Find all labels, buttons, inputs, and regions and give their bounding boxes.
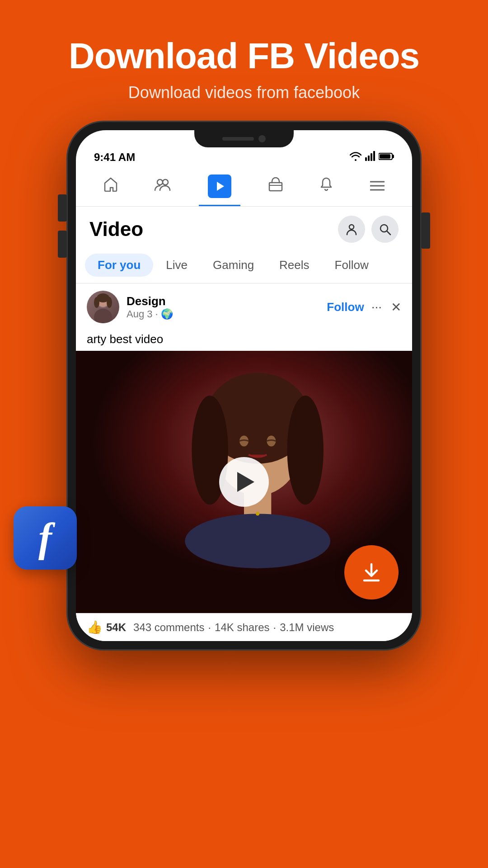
svg-rect-3 <box>373 151 375 161</box>
volume-up-button <box>58 194 67 222</box>
tab-reels[interactable]: Reels <box>267 254 322 277</box>
svg-point-8 <box>163 179 168 185</box>
facebook-nav-bar <box>76 166 412 207</box>
status-time: 9:41 AM <box>94 151 135 164</box>
comments-count: 343 comments <box>133 621 204 634</box>
video-page-header: Video <box>76 207 412 247</box>
likes-count: 54K <box>106 621 126 634</box>
facebook-logo-overlay: f <box>14 506 77 570</box>
fb-letter: f <box>38 518 52 558</box>
tab-live[interactable]: Live <box>153 254 200 277</box>
nav-video[interactable] <box>199 171 240 202</box>
play-triangle-icon <box>237 472 254 492</box>
post-action-buttons: ··· ✕ <box>371 300 401 315</box>
video-page-title: Video <box>89 218 143 241</box>
video-thumbnail[interactable] <box>76 351 412 613</box>
svg-rect-0 <box>365 157 367 161</box>
svg-point-23 <box>107 297 112 308</box>
video-nav-icon <box>208 175 231 198</box>
svg-point-15 <box>349 225 354 229</box>
front-camera <box>258 135 266 142</box>
separator-dot: · <box>155 308 158 320</box>
post-caption: arty best video <box>76 330 412 351</box>
tab-for-you[interactable]: For you <box>85 254 153 277</box>
svg-marker-9 <box>217 182 224 191</box>
download-button[interactable] <box>344 545 399 599</box>
svg-point-33 <box>185 514 330 568</box>
post-author-name: Design <box>127 294 319 308</box>
svg-point-22 <box>94 297 99 308</box>
wifi-icon <box>350 151 361 164</box>
nav-home[interactable] <box>94 174 127 199</box>
tab-follow[interactable]: Follow <box>322 254 381 277</box>
svg-point-29 <box>287 396 324 505</box>
status-icons <box>350 151 394 164</box>
like-icon: 👍 <box>87 620 103 635</box>
svg-point-34 <box>256 512 259 515</box>
nav-marketplace[interactable] <box>259 174 292 199</box>
facebook-logo: f <box>14 506 77 570</box>
globe-icon: 🌍 <box>161 308 173 320</box>
menu-icon <box>370 178 385 195</box>
battery-icon <box>379 151 394 163</box>
svg-rect-6 <box>380 154 390 159</box>
main-subtitle: Download videos from facebook <box>0 83 488 102</box>
power-button <box>421 212 430 249</box>
phone-right-buttons <box>421 212 430 249</box>
svg-rect-10 <box>269 183 282 191</box>
svg-rect-2 <box>371 153 372 161</box>
tab-gaming[interactable]: Gaming <box>200 254 267 277</box>
bell-icon <box>319 177 333 195</box>
more-options-button[interactable]: ··· <box>371 300 382 314</box>
post-author-info: Design Aug 3 · 🌍 <box>127 294 319 320</box>
post-meta: Aug 3 · 🌍 <box>127 308 319 320</box>
phone-notch <box>194 130 294 147</box>
post-stats-bar: 👍 54K 343 comments · 14K shares · 3.1M v… <box>76 613 412 641</box>
avatar-image <box>87 291 119 323</box>
page-header: Download FB Videos Download videos from … <box>0 0 488 120</box>
svg-rect-1 <box>368 156 370 161</box>
follow-button[interactable]: Follow <box>327 300 364 314</box>
svg-point-7 <box>157 179 163 185</box>
phone-screen: 9:41 AM <box>76 130 412 641</box>
search-button[interactable] <box>371 216 399 243</box>
friends-icon <box>155 178 171 195</box>
post-date: Aug 3 <box>127 308 153 320</box>
home-icon <box>103 177 118 195</box>
views-count: 3.1M views <box>280 621 334 634</box>
svg-rect-5 <box>392 155 394 158</box>
nav-notifications[interactable] <box>310 174 342 199</box>
shares-count: 14K shares <box>215 621 269 634</box>
phone-mockup: 9:41 AM <box>68 122 420 649</box>
close-post-button[interactable]: ✕ <box>391 300 401 315</box>
profile-button[interactable] <box>338 216 365 243</box>
phone-outer-shell: 9:41 AM <box>68 122 420 649</box>
header-action-buttons <box>338 216 399 243</box>
nav-friends[interactable] <box>145 174 180 198</box>
svg-line-17 <box>387 231 390 235</box>
filter-tabs-bar: For you Live Gaming Reels Follow <box>76 247 412 283</box>
speaker-grille <box>222 137 254 141</box>
signal-icon <box>365 151 375 164</box>
marketplace-icon <box>268 177 283 195</box>
main-title: Download FB Videos <box>0 36 488 76</box>
volume-down-button <box>58 231 67 258</box>
phone-left-buttons <box>58 194 67 258</box>
author-avatar <box>87 291 119 323</box>
play-button[interactable] <box>219 457 269 507</box>
stats-bullet-1: · <box>208 621 211 634</box>
nav-menu[interactable] <box>361 175 394 198</box>
svg-point-19 <box>94 309 112 323</box>
stats-bullet-2: · <box>273 621 277 634</box>
post-header: Design Aug 3 · 🌍 Follow ··· ✕ <box>76 283 412 330</box>
